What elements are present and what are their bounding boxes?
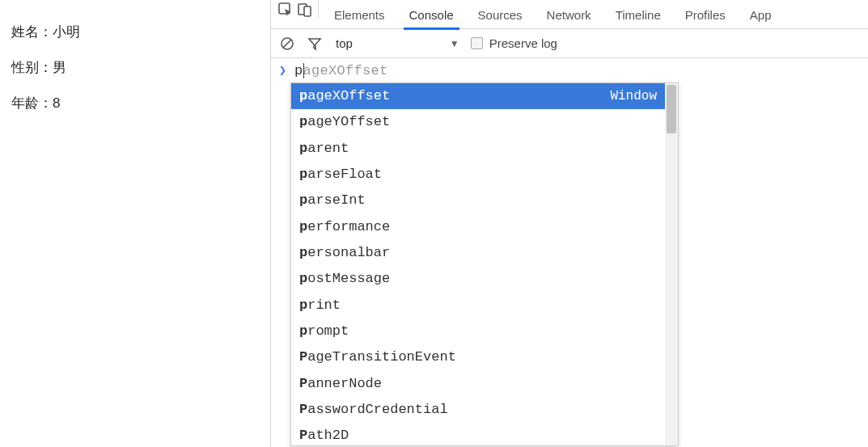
tab-console[interactable]: Console xyxy=(397,0,466,29)
info-line-age: 年龄：8 xyxy=(11,86,259,121)
context-selector[interactable]: top ▼ xyxy=(332,36,463,50)
chevron-down-icon: ▼ xyxy=(450,38,459,49)
autocomplete-item-label: postMessage xyxy=(299,268,390,289)
autocomplete-scrollbar[interactable] xyxy=(665,83,678,445)
info-line-gender: 性别：男 xyxy=(11,50,259,86)
autocomplete-item-label: parent xyxy=(299,138,349,159)
console-prompt[interactable]: ❯ pageXOffset xyxy=(279,63,860,78)
autocomplete-item-label: PannerNode xyxy=(299,373,382,394)
prompt-caret-icon: ❯ xyxy=(279,63,286,78)
autocomplete-item-label: pageYOffset xyxy=(299,112,390,133)
console-body: ❯ pageXOffset pageXOffsetWindowpageYOffs… xyxy=(271,58,868,447)
console-toolbar: top ▼ Preserve log xyxy=(271,29,868,58)
console-input[interactable]: pageXOffset xyxy=(294,63,388,78)
autocomplete-item[interactable]: parseInt xyxy=(291,188,665,213)
toolbar-divider xyxy=(318,0,319,18)
autocomplete-item[interactable]: PasswordCredential xyxy=(291,397,665,423)
tab-sources[interactable]: Sources xyxy=(466,0,535,29)
autocomplete-list: pageXOffsetWindowpageYOffsetparentparseF… xyxy=(291,83,665,445)
autocomplete-item-label: PageTransitionEvent xyxy=(299,347,456,368)
autocomplete-item[interactable]: performance xyxy=(291,214,665,240)
tab-app[interactable]: App xyxy=(738,0,784,29)
autocomplete-item[interactable]: pageYOffset xyxy=(291,109,665,135)
autocomplete-item[interactable]: PannerNode xyxy=(291,371,665,397)
tab-elements[interactable]: Elements xyxy=(322,0,397,29)
preserve-log-checkbox[interactable]: Preserve log xyxy=(471,36,557,50)
devtools-tabbar: Elements Console Sources Network Timelin… xyxy=(271,0,868,29)
context-selector-label: top xyxy=(336,36,353,50)
autocomplete-item[interactable]: PageTransitionEvent xyxy=(291,344,665,370)
page-content: 姓名：小明 性别：男 年龄：8 xyxy=(0,0,271,447)
tab-timeline[interactable]: Timeline xyxy=(603,0,673,29)
autocomplete-popup: pageXOffsetWindowpageYOffsetparentparseF… xyxy=(290,82,679,446)
autocomplete-item[interactable]: Path2D xyxy=(291,423,665,445)
info-line-name: 姓名：小明 xyxy=(11,15,259,50)
autocomplete-item-origin: Window xyxy=(610,86,657,107)
filter-icon[interactable] xyxy=(305,34,324,53)
inspect-element-icon[interactable] xyxy=(276,0,295,19)
autocomplete-item-label: Path2D xyxy=(299,425,349,445)
autocomplete-item-label: parseInt xyxy=(299,190,366,211)
autocomplete-item-label: performance xyxy=(299,217,390,238)
autocomplete-item-label: print xyxy=(299,295,341,316)
autocomplete-item[interactable]: personalbar xyxy=(291,240,665,266)
autocomplete-item-label: prompt xyxy=(299,321,349,342)
autocomplete-item-label: personalbar xyxy=(299,242,390,264)
autocomplete-item[interactable]: postMessage xyxy=(291,266,665,292)
autocomplete-item-label: parseFloat xyxy=(299,164,382,185)
device-toolbar-icon[interactable] xyxy=(295,0,315,19)
autocomplete-item[interactable]: pageXOffsetWindow xyxy=(291,83,665,109)
tab-profiles[interactable]: Profiles xyxy=(673,0,738,29)
tab-network[interactable]: Network xyxy=(535,0,603,29)
autocomplete-item-label: PasswordCredential xyxy=(299,399,448,420)
autocomplete-item[interactable]: parseFloat xyxy=(291,162,665,188)
autocomplete-item[interactable]: parent xyxy=(291,136,665,162)
checkbox-box xyxy=(471,37,483,49)
svg-rect-2 xyxy=(304,6,311,16)
preserve-log-label: Preserve log xyxy=(489,36,557,50)
clear-console-icon[interactable] xyxy=(277,34,297,53)
devtools-panel: Elements Console Sources Network Timelin… xyxy=(271,0,868,447)
scrollbar-thumb[interactable] xyxy=(667,85,676,133)
svg-line-4 xyxy=(283,40,291,48)
autocomplete-item[interactable]: prompt xyxy=(291,318,665,344)
autocomplete-item-label: pageXOffset xyxy=(299,86,390,107)
autocomplete-item[interactable]: print xyxy=(291,293,665,318)
